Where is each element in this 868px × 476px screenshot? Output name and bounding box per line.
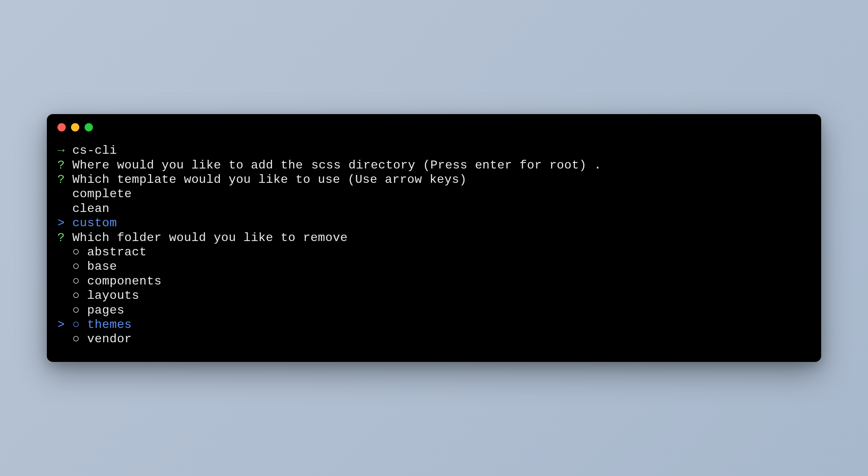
template-option[interactable]: clean xyxy=(57,202,811,216)
radio-icon: ○ xyxy=(72,332,80,346)
hint-text: (Press enter for root) xyxy=(415,158,594,172)
question-line-2: ? Which template would you like to use (… xyxy=(57,173,811,187)
titlebar xyxy=(47,114,821,136)
close-button[interactable] xyxy=(57,123,66,131)
folder-option[interactable]: ○ base xyxy=(57,260,811,274)
hint-text: (Use arrow keys) xyxy=(348,173,466,187)
radio-icon: ○ xyxy=(72,289,80,303)
terminal-content[interactable]: → cs-cli? Where would you like to add th… xyxy=(47,136,821,362)
prompt-line: → cs-cli xyxy=(57,144,811,158)
radio-icon: ○ xyxy=(72,318,80,332)
option-label: abstract xyxy=(87,245,147,259)
question-mark-icon: ? xyxy=(57,173,65,187)
option-label: clean xyxy=(72,202,110,216)
question-line-1: ? Where would you like to add the scss d… xyxy=(57,158,811,173)
folder-option[interactable]: ○ components xyxy=(57,274,811,289)
option-label: custom xyxy=(72,216,117,230)
question-text-after: scss directory xyxy=(311,158,415,172)
selector-icon: > xyxy=(57,216,65,230)
question-mark-icon: ? xyxy=(57,231,65,245)
option-label: pages xyxy=(87,303,125,317)
folder-option[interactable]: ○ pages xyxy=(57,303,811,318)
option-label: components xyxy=(87,274,162,288)
question-text: Where would you like to add the xyxy=(72,158,310,172)
option-label: complete xyxy=(72,187,132,201)
folder-option-selected[interactable]: > ○ themes xyxy=(57,318,811,332)
terminal-window: → cs-cli? Where would you like to add th… xyxy=(47,114,821,362)
selector-icon: > xyxy=(57,318,65,332)
option-label: layouts xyxy=(87,289,139,303)
folder-option[interactable]: ○ layouts xyxy=(57,289,811,303)
prompt-arrow-icon: → xyxy=(57,144,65,158)
question-text: Which folder would you like to remove xyxy=(72,231,348,245)
folder-option[interactable]: ○ vendor xyxy=(57,332,811,346)
radio-icon: ○ xyxy=(72,260,80,274)
template-option[interactable]: complete xyxy=(57,187,811,201)
minimize-button[interactable] xyxy=(71,123,79,131)
question-mark-icon: ? xyxy=(57,158,65,172)
radio-icon: ○ xyxy=(72,274,80,288)
folder-option[interactable]: ○ abstract xyxy=(57,245,811,260)
option-label: vendor xyxy=(87,332,132,346)
command-text: cs-cli xyxy=(72,144,117,158)
radio-icon: ○ xyxy=(72,245,80,259)
question-text: Which template would you like to use xyxy=(72,173,348,187)
radio-icon: ○ xyxy=(72,303,80,317)
template-option-selected[interactable]: > custom xyxy=(57,216,811,230)
option-label: base xyxy=(87,260,117,274)
question-line-3: ? Which folder would you like to remove xyxy=(57,231,811,245)
maximize-button[interactable] xyxy=(85,123,93,131)
option-label: themes xyxy=(87,318,132,332)
answer-text: . xyxy=(594,158,602,172)
